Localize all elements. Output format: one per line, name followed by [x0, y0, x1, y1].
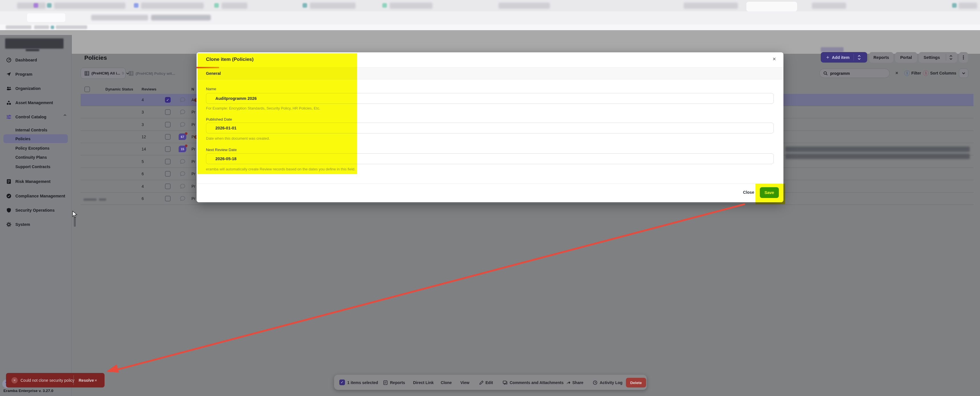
- sidebar-item-policies[interactable]: Policies: [15, 136, 30, 141]
- search-input[interactable]: [830, 71, 884, 76]
- modal-footer-divider: [197, 184, 783, 184]
- compare-filter-chip[interactable]: (PreHCM) Policy wit...: [129, 70, 175, 76]
- error-toast: × Could not clone security policy Resolv…: [6, 373, 105, 388]
- sidebar-item-system[interactable]: System: [0, 220, 72, 229]
- kebab-menu-button[interactable]: ⋮: [959, 52, 968, 63]
- sidebar-item-risk-management[interactable]: Risk Management: [0, 177, 72, 186]
- chip-count-badge: 9: [122, 71, 124, 75]
- action-clone[interactable]: Clone: [441, 380, 452, 385]
- page-title: Policies: [84, 54, 107, 61]
- sort-count-badge: 1: [923, 70, 929, 76]
- plus-icon: +: [826, 54, 829, 60]
- blurred-tab: [310, 3, 356, 9]
- delete-button[interactable]: Delete: [626, 378, 646, 388]
- sidebar-item-security-operations[interactable]: Security Operations: [0, 206, 72, 214]
- tab-favicon: [382, 3, 387, 8]
- url-box[interactable]: [27, 13, 65, 22]
- blurred-cell-text: [786, 154, 970, 159]
- row-checkbox[interactable]: [165, 159, 171, 165]
- tab-favicon: [47, 3, 52, 8]
- sidebar-item-policy-exceptions[interactable]: Policy Exceptions: [15, 146, 49, 150]
- sidebar-item-support-contracts[interactable]: Support Contracts: [15, 165, 51, 169]
- row-checkbox-checked[interactable]: ✓: [165, 97, 171, 103]
- portal-button[interactable]: Portal: [895, 52, 917, 63]
- comments-icon[interactable]: [180, 122, 185, 127]
- active-tab[interactable]: [746, 2, 797, 11]
- tab-favicon: [952, 3, 957, 8]
- blurred-tab: [141, 3, 204, 9]
- chevron-up-down-icon[interactable]: [857, 55, 861, 60]
- saved-filter-chip[interactable]: (PreHCM) All i... 9: [81, 68, 126, 79]
- blurred-overlay-fragment: [821, 47, 843, 52]
- sidebar-item-continuity-plans[interactable]: Continuity Plans: [15, 155, 47, 160]
- sidebar-item-organization[interactable]: Organization: [0, 84, 72, 93]
- modal-close-icon[interactable]: ×: [773, 56, 776, 62]
- column-header-reviews[interactable]: Reviews: [142, 87, 156, 91]
- annotation-arrow-shaft: [110, 203, 745, 372]
- row-checkbox[interactable]: [165, 134, 171, 140]
- action-direct-link[interactable]: Direct Link: [413, 380, 434, 385]
- row-checkbox[interactable]: [165, 184, 171, 189]
- yellow-highlight-save: [756, 184, 785, 204]
- row-checkbox[interactable]: [165, 146, 171, 152]
- risk-management-icon: [6, 179, 11, 184]
- comments-icon[interactable]: [180, 171, 185, 177]
- system-gear-icon: [6, 222, 11, 227]
- sidebar-item-program[interactable]: Program: [0, 70, 72, 79]
- blurred-tab: [959, 3, 977, 9]
- action-comments-attachments[interactable]: Comments and Attachments: [510, 380, 563, 385]
- bookmark-favicon: [51, 25, 54, 29]
- browser-address-bar[interactable]: [0, 11, 980, 24]
- tab-favicon: [302, 3, 307, 8]
- comments-icon[interactable]: [180, 196, 185, 201]
- action-edit[interactable]: Edit: [485, 380, 493, 385]
- blurred-bookmark: [34, 25, 49, 29]
- sidebar-active-highlight: [3, 134, 68, 143]
- chevron-up-icon: [63, 113, 67, 117]
- action-view[interactable]: View: [460, 380, 469, 385]
- filter-button[interactable]: Filter: [912, 71, 921, 75]
- settings-button[interactable]: Settings: [919, 52, 957, 63]
- clear-search-icon[interactable]: ×: [896, 70, 898, 76]
- row-checkbox[interactable]: [165, 196, 171, 201]
- selection-checkbox[interactable]: ✓: [339, 380, 345, 385]
- row-checkbox[interactable]: [165, 171, 171, 177]
- list-options-chevron-button[interactable]: [959, 68, 968, 78]
- column-header-name[interactable]: N: [191, 87, 194, 91]
- columns-button[interactable]: Columns: [939, 71, 956, 75]
- comments-icon[interactable]: [180, 97, 185, 103]
- comments-icon[interactable]: [180, 184, 185, 189]
- tab-favicon: [134, 3, 138, 8]
- action-reports[interactable]: Reports: [390, 380, 405, 385]
- blurred-tab: [222, 3, 247, 9]
- sidebar-item-control-catalog[interactable]: Control Catalog: [0, 112, 72, 121]
- select-all-checkbox[interactable]: [84, 87, 90, 92]
- toast-divider: [73, 375, 74, 385]
- chevron-up-down-icon[interactable]: [949, 55, 953, 60]
- table-grid-icon: [84, 71, 89, 76]
- version-label: Eramba Enterprise v. 3.27.0: [3, 389, 53, 393]
- comments-icon[interactable]: [180, 109, 185, 115]
- sort-button[interactable]: Sort: [930, 71, 938, 75]
- comments-icon[interactable]: [180, 159, 185, 165]
- column-header-dynamic-status[interactable]: Dynamic Status: [105, 87, 133, 91]
- page-top-band: [0, 30, 980, 35]
- sidebar-item-compliance-management[interactable]: Compliance Management: [0, 192, 72, 200]
- toast-close-icon[interactable]: ×: [95, 378, 97, 383]
- resolve-button[interactable]: Resolve: [79, 378, 94, 383]
- action-share[interactable]: Share: [572, 380, 584, 385]
- comments-attachments-icon: [503, 380, 508, 385]
- sidebar-item-dashboard[interactable]: Dashboard: [0, 56, 72, 64]
- reports-button[interactable]: Reports: [869, 52, 893, 63]
- blurred-bookmark: [6, 25, 31, 29]
- sidebar-item-asset-management[interactable]: Asset Management: [0, 98, 72, 107]
- add-item-button[interactable]: + Add item: [821, 52, 867, 63]
- close-button[interactable]: Close: [743, 190, 754, 195]
- action-activity-log[interactable]: Activity Log: [600, 380, 622, 385]
- blurred-pagination: [99, 198, 106, 201]
- row-checkbox[interactable]: [165, 109, 171, 115]
- search-box[interactable]: [819, 68, 890, 78]
- toast-message: Could not clone security policy: [21, 378, 74, 383]
- row-checkbox[interactable]: [165, 122, 171, 127]
- sidebar-item-internal-controls[interactable]: Internal Controls: [15, 128, 47, 132]
